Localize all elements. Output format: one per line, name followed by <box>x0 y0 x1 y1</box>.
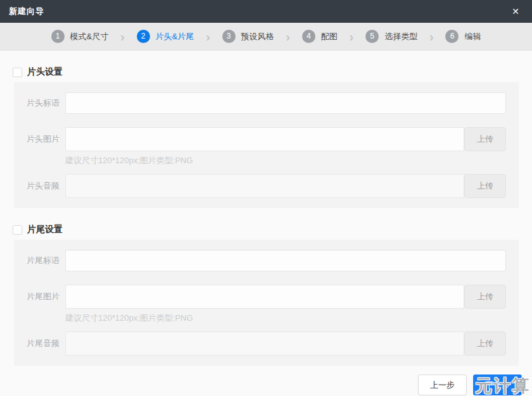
intro-audio-label: 片头音频 <box>27 180 65 192</box>
outro-slogan-label: 片尾标语 <box>27 255 65 266</box>
outro-settings-title: 片尾设置 <box>27 224 63 235</box>
chevron-right-icon: › <box>206 30 210 43</box>
outro-image-row: 片尾图片 上传 <box>27 285 506 309</box>
outro-image-label: 片尾图片 <box>27 291 65 302</box>
intro-image-row: 片头图片 上传 <box>27 127 506 151</box>
intro-image-hint: 建议尺寸120*120px;图片类型:PNG <box>65 155 506 166</box>
intro-settings-checkbox[interactable] <box>13 68 22 77</box>
chevron-right-icon: › <box>120 30 124 43</box>
step-3-preset-style[interactable]: 3 预设风格 <box>222 30 274 43</box>
outro-audio-input[interactable] <box>65 331 464 356</box>
intro-settings-title: 片头设置 <box>27 66 63 78</box>
outro-settings-header: 片尾设置 <box>13 224 532 235</box>
intro-slogan-input[interactable] <box>65 92 506 114</box>
outro-settings-panel: 片尾标语 片尾图片 上传 建议尺寸120*120px;图片类型:PNG 片尾音频… <box>14 240 519 366</box>
next-step-button[interactable]: 下一步 <box>473 374 522 395</box>
step-4-number: 4 <box>302 30 315 43</box>
step-1-label: 模式&尺寸 <box>70 31 109 42</box>
dialog-title: 新建向导 <box>9 6 44 17</box>
outro-audio-row: 片尾音频 上传 <box>27 331 506 356</box>
intro-audio-input[interactable] <box>65 174 464 198</box>
step-6-number: 6 <box>445 30 459 43</box>
chevron-right-icon: › <box>350 30 353 43</box>
outro-audio-upload-button[interactable]: 上传 <box>464 331 506 356</box>
intro-slogan-label: 片头标语 <box>27 97 65 109</box>
outro-image-input[interactable] <box>65 285 464 309</box>
intro-settings-header: 片头设置 <box>13 66 532 78</box>
step-5-label: 选择类型 <box>384 31 417 42</box>
outro-image-hint: 建议尺寸120*120px;图片类型:PNG <box>65 312 506 324</box>
dialog-titlebar: 新建向导 ✕ <box>0 0 532 23</box>
step-5-number: 5 <box>365 30 379 43</box>
step-2-intro-outro[interactable]: 2 片头&片尾 <box>137 30 194 43</box>
intro-audio-upload-button[interactable]: 上传 <box>464 174 506 198</box>
wizard-stepbar: 1 模式&尺寸 › 2 片头&片尾 › 3 预设风格 › 4 配图 › 5 选择… <box>0 23 532 51</box>
step-4-label: 配图 <box>321 31 338 42</box>
intro-audio-row: 片头音频 上传 <box>27 174 506 198</box>
intro-image-upload-button[interactable]: 上传 <box>464 127 506 151</box>
step-1-mode-size[interactable]: 1 模式&尺寸 <box>51 30 109 43</box>
chevron-right-icon: › <box>286 30 290 43</box>
intro-settings-panel: 片头标语 片头图片 上传 建议尺寸120*120px;图片类型:PNG 片头音频… <box>14 82 519 208</box>
outro-slogan-input[interactable] <box>65 250 506 271</box>
chevron-right-icon: › <box>429 30 433 43</box>
step-2-label: 片头&片尾 <box>156 31 194 42</box>
intro-image-label: 片头图片 <box>27 133 65 145</box>
intro-slogan-row: 片头标语 <box>27 92 506 114</box>
step-2-number: 2 <box>137 30 150 43</box>
step-1-number: 1 <box>51 30 65 43</box>
outro-image-upload-button[interactable]: 上传 <box>464 285 506 309</box>
step-5-select-type[interactable]: 5 选择类型 <box>365 30 417 43</box>
close-icon[interactable]: ✕ <box>509 4 522 18</box>
wizard-footer: 上一步 下一步 <box>0 374 522 395</box>
outro-slogan-row: 片尾标语 <box>27 250 506 271</box>
intro-image-input[interactable] <box>65 127 464 151</box>
step-3-label: 预设风格 <box>241 31 274 42</box>
step-6-edit[interactable]: 6 编辑 <box>445 30 481 43</box>
step-4-images[interactable]: 4 配图 <box>302 30 338 43</box>
step-6-label: 编辑 <box>464 31 481 42</box>
outro-settings-checkbox[interactable] <box>13 225 22 235</box>
previous-step-button[interactable]: 上一步 <box>418 374 467 395</box>
step-3-number: 3 <box>222 30 236 43</box>
outro-audio-label: 片尾音频 <box>27 338 65 349</box>
